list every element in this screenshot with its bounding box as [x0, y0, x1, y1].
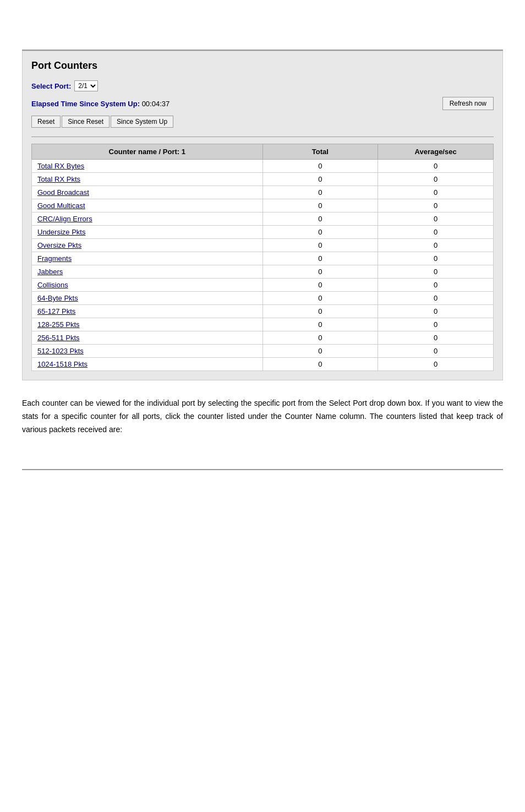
counter-link[interactable]: Collisions	[37, 281, 68, 289]
table-top-divider	[31, 137, 494, 137]
elapsed-time-label: Elapsed Time Since System Up: 00:04:37	[31, 100, 169, 108]
counter-total-cell: 0	[262, 186, 378, 199]
select-port-row: Select Port: 2/1 2/2 2/3	[31, 80, 494, 91]
counter-name-cell: Undersize Pkts	[32, 226, 263, 239]
counter-avg-cell: 0	[378, 173, 494, 186]
counter-link[interactable]: Total RX Bytes	[37, 162, 84, 170]
counter-avg-cell: 0	[378, 279, 494, 292]
table-row: 256-511 Pkts00	[32, 331, 494, 345]
table-row: Jabbers00	[32, 265, 494, 279]
table-row: Good Broadcast00	[32, 186, 494, 199]
counter-name-cell: 256-511 Pkts	[32, 331, 263, 345]
refresh-now-button[interactable]: Refresh now	[442, 97, 494, 110]
table-header-row: Counter name / Port: 1 Total Average/sec	[32, 144, 494, 160]
counter-total-cell: 0	[262, 252, 378, 265]
counter-avg-cell: 0	[378, 226, 494, 239]
counter-avg-cell: 0	[378, 358, 494, 371]
table-row: Fragments00	[32, 252, 494, 265]
counter-link[interactable]: Oversize Pkts	[37, 241, 81, 249]
counter-avg-cell: 0	[378, 318, 494, 331]
counter-total-cell: 0	[262, 239, 378, 252]
counter-avg-cell: 0	[378, 265, 494, 279]
counter-total-cell: 0	[262, 173, 378, 186]
counter-avg-cell: 0	[378, 345, 494, 358]
counter-name-cell: 512-1023 Pkts	[32, 345, 263, 358]
counter-link[interactable]: Undersize Pkts	[37, 228, 85, 236]
counter-total-cell: 0	[262, 160, 378, 173]
counter-total-cell: 0	[262, 331, 378, 345]
counter-name-cell: Jabbers	[32, 265, 263, 279]
tab-reset[interactable]: Reset	[31, 116, 61, 128]
counter-name-cell: Collisions	[32, 279, 263, 292]
col-header-total: Total	[262, 144, 378, 160]
counter-link[interactable]: 65-127 Pkts	[37, 307, 75, 315]
counters-table: Counter name / Port: 1 Total Average/sec…	[31, 144, 494, 371]
table-row: CRC/Align Errors00	[32, 212, 494, 226]
counter-total-cell: 0	[262, 265, 378, 279]
table-row: 64-Byte Pkts00	[32, 292, 494, 305]
counter-total-cell: 0	[262, 305, 378, 318]
counter-name-cell: 64-Byte Pkts	[32, 292, 263, 305]
counter-link[interactable]: Jabbers	[37, 268, 63, 276]
counter-link[interactable]: 64-Byte Pkts	[37, 294, 78, 302]
counter-link[interactable]: 128-255 Pkts	[37, 320, 80, 329]
counter-avg-cell: 0	[378, 160, 494, 173]
counter-link[interactable]: Total RX Pkts	[37, 175, 80, 183]
tabs-row: Reset Since Reset Since System Up	[31, 116, 494, 128]
table-row: 128-255 Pkts00	[32, 318, 494, 331]
counter-avg-cell: 0	[378, 212, 494, 226]
counter-avg-cell: 0	[378, 331, 494, 345]
counter-name-cell: Good Broadcast	[32, 186, 263, 199]
select-port-label: Select Port:	[31, 82, 71, 90]
counter-link[interactable]: CRC/Align Errors	[37, 215, 92, 223]
counter-name-cell: Fragments	[32, 252, 263, 265]
counter-link[interactable]: Good Multicast	[37, 201, 85, 210]
select-port-dropdown[interactable]: 2/1 2/2 2/3	[74, 80, 98, 91]
tab-since-reset[interactable]: Since Reset	[62, 116, 110, 128]
table-row: 512-1023 Pkts00	[32, 345, 494, 358]
counter-name-cell: Total RX Pkts	[32, 173, 263, 186]
counter-total-cell: 0	[262, 279, 378, 292]
counter-name-cell: 65-127 Pkts	[32, 305, 263, 318]
col-header-avg: Average/sec	[378, 144, 494, 160]
counter-total-cell: 0	[262, 212, 378, 226]
counter-total-cell: 0	[262, 226, 378, 239]
counter-name-cell: CRC/Align Errors	[32, 212, 263, 226]
table-row: Oversize Pkts00	[32, 239, 494, 252]
elapsed-refresh-row: Elapsed Time Since System Up: 00:04:37 R…	[31, 97, 494, 110]
counter-avg-cell: 0	[378, 199, 494, 212]
counter-name-cell: 1024-1518 Pkts	[32, 358, 263, 371]
table-row: Total RX Pkts00	[32, 173, 494, 186]
counter-name-cell: Oversize Pkts	[32, 239, 263, 252]
counter-link[interactable]: 1024-1518 Pkts	[37, 360, 88, 368]
counter-name-cell: Total RX Bytes	[32, 160, 263, 173]
counter-total-cell: 0	[262, 199, 378, 212]
counter-link[interactable]: Good Broadcast	[37, 188, 89, 197]
tab-since-system-up[interactable]: Since System Up	[111, 116, 173, 128]
page-title: Port Counters	[31, 60, 494, 72]
counter-link[interactable]: 512-1023 Pkts	[37, 347, 84, 355]
col-header-name: Counter name / Port: 1	[32, 144, 263, 160]
table-row: 65-127 Pkts00	[32, 305, 494, 318]
table-row: 1024-1518 Pkts00	[32, 358, 494, 371]
counter-avg-cell: 0	[378, 305, 494, 318]
table-row: Total RX Bytes00	[32, 160, 494, 173]
bottom-divider	[22, 469, 503, 470]
counter-total-cell: 0	[262, 345, 378, 358]
counter-total-cell: 0	[262, 358, 378, 371]
table-row: Collisions00	[32, 279, 494, 292]
description-text: Each counter can be viewed for the indiv…	[22, 397, 503, 436]
counter-avg-cell: 0	[378, 186, 494, 199]
counter-avg-cell: 0	[378, 252, 494, 265]
counter-total-cell: 0	[262, 318, 378, 331]
counter-name-cell: Good Multicast	[32, 199, 263, 212]
port-counters-panel: Port Counters Select Port: 2/1 2/2 2/3 E…	[22, 51, 503, 380]
counter-avg-cell: 0	[378, 239, 494, 252]
counter-total-cell: 0	[262, 292, 378, 305]
table-row: Good Multicast00	[32, 199, 494, 212]
counter-avg-cell: 0	[378, 292, 494, 305]
counter-link[interactable]: Fragments	[37, 254, 72, 263]
table-row: Undersize Pkts00	[32, 226, 494, 239]
counter-name-cell: 128-255 Pkts	[32, 318, 263, 331]
counter-link[interactable]: 256-511 Pkts	[37, 334, 80, 342]
